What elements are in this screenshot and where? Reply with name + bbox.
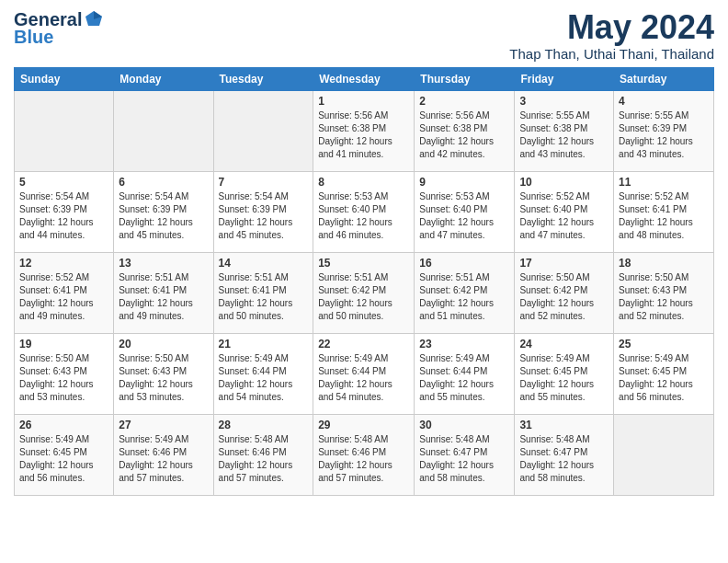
header-tuesday: Tuesday [213,67,313,90]
day-info: Sunrise: 5:50 AM Sunset: 6:43 PM Dayligh… [19,352,108,404]
day-info: Sunrise: 5:56 AM Sunset: 6:38 PM Dayligh… [419,109,509,161]
day-info: Sunrise: 5:55 AM Sunset: 6:38 PM Dayligh… [519,109,609,161]
day-info: Sunrise: 5:54 AM Sunset: 6:39 PM Dayligh… [19,190,108,242]
header-monday: Monday [114,67,213,90]
day-info: Sunrise: 5:49 AM Sunset: 6:44 PM Dayligh… [419,352,509,404]
day-info: Sunrise: 5:49 AM Sunset: 6:44 PM Dayligh… [219,352,309,404]
day-info: Sunrise: 5:55 AM Sunset: 6:39 PM Dayligh… [619,109,709,161]
header-sunday: Sunday [15,67,114,90]
day-number: 1 [318,95,409,108]
table-row: 18Sunrise: 5:50 AM Sunset: 6:43 PM Dayli… [614,252,714,333]
table-row: 1Sunrise: 5:56 AM Sunset: 6:38 PM Daylig… [313,90,415,171]
month-title: May 2024 [509,9,714,46]
day-number: 18 [619,257,709,270]
logo: General Blue [14,9,104,48]
table-row: 16Sunrise: 5:51 AM Sunset: 6:42 PM Dayli… [415,252,515,333]
day-number: 27 [119,419,208,431]
table-row [213,90,313,171]
table-row: 26Sunrise: 5:49 AM Sunset: 6:45 PM Dayli… [15,414,114,495]
day-number: 11 [619,176,709,189]
day-number: 22 [318,338,409,350]
header-wednesday: Wednesday [313,67,415,90]
day-info: Sunrise: 5:48 AM Sunset: 6:47 PM Dayligh… [519,433,609,485]
day-number: 8 [318,176,409,189]
table-row: 15Sunrise: 5:51 AM Sunset: 6:42 PM Dayli… [313,252,415,333]
header: General Blue May 2024 Thap Than, Uthai T… [14,9,714,62]
day-info: Sunrise: 5:50 AM Sunset: 6:43 PM Dayligh… [119,352,208,404]
table-row: 5Sunrise: 5:54 AM Sunset: 6:39 PM Daylig… [15,171,114,252]
table-row: 14Sunrise: 5:51 AM Sunset: 6:41 PM Dayli… [213,252,313,333]
table-row: 19Sunrise: 5:50 AM Sunset: 6:43 PM Dayli… [15,333,114,414]
day-number: 31 [519,419,609,431]
table-row: 21Sunrise: 5:49 AM Sunset: 6:44 PM Dayli… [213,333,313,414]
header-saturday: Saturday [614,67,714,90]
day-number: 10 [519,176,609,189]
day-number: 20 [119,338,208,350]
day-info: Sunrise: 5:48 AM Sunset: 6:47 PM Dayligh… [419,433,509,485]
table-row: 25Sunrise: 5:49 AM Sunset: 6:45 PM Dayli… [614,333,714,414]
day-info: Sunrise: 5:53 AM Sunset: 6:40 PM Dayligh… [419,190,509,242]
location: Thap Than, Uthai Thani, Thailand [509,46,714,62]
table-row: 24Sunrise: 5:49 AM Sunset: 6:45 PM Dayli… [515,333,614,414]
day-info: Sunrise: 5:49 AM Sunset: 6:45 PM Dayligh… [19,433,108,485]
day-number: 29 [318,419,409,431]
day-info: Sunrise: 5:52 AM Sunset: 6:40 PM Dayligh… [519,190,609,242]
title-block: May 2024 Thap Than, Uthai Thani, Thailan… [509,9,714,62]
day-number: 28 [219,419,309,431]
day-info: Sunrise: 5:54 AM Sunset: 6:39 PM Dayligh… [119,190,208,242]
day-number: 16 [419,257,509,270]
table-row: 27Sunrise: 5:49 AM Sunset: 6:46 PM Dayli… [114,414,213,495]
table-row: 4Sunrise: 5:55 AM Sunset: 6:39 PM Daylig… [614,90,714,171]
day-info: Sunrise: 5:49 AM Sunset: 6:45 PM Dayligh… [619,352,709,404]
table-row: 12Sunrise: 5:52 AM Sunset: 6:41 PM Dayli… [15,252,114,333]
table-row: 20Sunrise: 5:50 AM Sunset: 6:43 PM Dayli… [114,333,213,414]
day-number: 9 [419,176,509,189]
day-info: Sunrise: 5:51 AM Sunset: 6:41 PM Dayligh… [119,271,208,323]
day-info: Sunrise: 5:52 AM Sunset: 6:41 PM Dayligh… [619,190,709,242]
day-number: 6 [119,176,208,189]
day-number: 2 [419,95,509,108]
header-thursday: Thursday [415,67,515,90]
table-row: 17Sunrise: 5:50 AM Sunset: 6:42 PM Dayli… [515,252,614,333]
day-info: Sunrise: 5:53 AM Sunset: 6:40 PM Dayligh… [318,190,409,242]
table-row: 29Sunrise: 5:48 AM Sunset: 6:46 PM Dayli… [313,414,415,495]
table-row [15,90,114,171]
table-row: 3Sunrise: 5:55 AM Sunset: 6:38 PM Daylig… [515,90,614,171]
day-number: 23 [419,338,509,350]
table-row: 23Sunrise: 5:49 AM Sunset: 6:44 PM Dayli… [415,333,515,414]
day-number: 13 [119,257,208,270]
day-number: 30 [419,419,509,431]
day-info: Sunrise: 5:48 AM Sunset: 6:46 PM Dayligh… [219,433,309,485]
table-row: 10Sunrise: 5:52 AM Sunset: 6:40 PM Dayli… [515,171,614,252]
day-number: 26 [19,419,108,431]
table-row: 6Sunrise: 5:54 AM Sunset: 6:39 PM Daylig… [114,171,213,252]
table-row: 7Sunrise: 5:54 AM Sunset: 6:39 PM Daylig… [213,171,313,252]
logo-blue-text: Blue [14,27,53,48]
table-row: 9Sunrise: 5:53 AM Sunset: 6:40 PM Daylig… [415,171,515,252]
day-info: Sunrise: 5:54 AM Sunset: 6:39 PM Dayligh… [219,190,309,242]
day-number: 17 [519,257,609,270]
table-row: 28Sunrise: 5:48 AM Sunset: 6:46 PM Dayli… [213,414,313,495]
day-info: Sunrise: 5:51 AM Sunset: 6:42 PM Dayligh… [318,271,409,323]
day-info: Sunrise: 5:49 AM Sunset: 6:45 PM Dayligh… [519,352,609,404]
day-info: Sunrise: 5:49 AM Sunset: 6:44 PM Dayligh… [318,352,409,404]
logo-flag-icon [84,9,104,29]
day-info: Sunrise: 5:49 AM Sunset: 6:46 PM Dayligh… [119,433,208,485]
table-row: 8Sunrise: 5:53 AM Sunset: 6:40 PM Daylig… [313,171,415,252]
calendar-body: 1Sunrise: 5:56 AM Sunset: 6:38 PM Daylig… [15,90,714,495]
day-info: Sunrise: 5:50 AM Sunset: 6:43 PM Dayligh… [619,271,709,323]
table-row: 2Sunrise: 5:56 AM Sunset: 6:38 PM Daylig… [415,90,515,171]
header-friday: Friday [515,67,614,90]
day-number: 5 [19,176,108,189]
table-row: 30Sunrise: 5:48 AM Sunset: 6:47 PM Dayli… [415,414,515,495]
day-number: 4 [619,95,709,108]
table-row [614,414,714,495]
calendar-table: Sunday Monday Tuesday Wednesday Thursday… [14,67,714,496]
day-number: 25 [619,338,709,350]
day-number: 21 [219,338,309,350]
day-number: 12 [19,257,108,270]
table-row: 31Sunrise: 5:48 AM Sunset: 6:47 PM Dayli… [515,414,614,495]
day-info: Sunrise: 5:50 AM Sunset: 6:42 PM Dayligh… [519,271,609,323]
day-number: 7 [219,176,309,189]
day-info: Sunrise: 5:51 AM Sunset: 6:42 PM Dayligh… [419,271,509,323]
